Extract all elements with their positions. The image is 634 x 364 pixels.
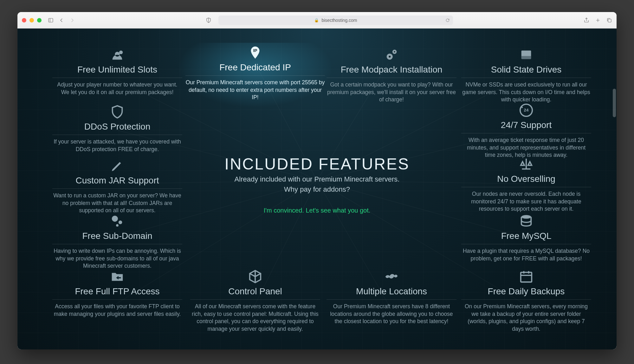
back-button-icon[interactable] <box>59 17 64 23</box>
scale-icon <box>519 157 534 171</box>
feature-desc: Want to run a custom JAR on your server?… <box>52 192 182 214</box>
sidebar-toggle-icon[interactable] <box>48 17 54 23</box>
svg-rect-35 <box>521 272 532 282</box>
page-content: INCLUDED FEATURES Already included with … <box>17 29 617 349</box>
share-icon[interactable] <box>584 17 589 23</box>
feature-title: Control Panel <box>190 286 320 300</box>
feature-support: 24 24/7 Support With an average ticket r… <box>461 103 591 159</box>
feature-mysql: Free MySQL Have a plugin that requires a… <box>461 214 591 262</box>
url-bar[interactable]: 🔒 bisecthosting.com <box>218 16 453 25</box>
cta-link[interactable]: I'm convinced. Let's see what you got. <box>224 207 409 214</box>
feature-desc: Have a plugin that requires a MySQL data… <box>461 247 591 262</box>
feature-desc: On our Premium Minecraft servers, every … <box>461 303 591 333</box>
feature-subdomain: Free Sub-Domain Having to write down IPs… <box>52 214 182 270</box>
feature-title: DDoS Protection <box>52 122 182 135</box>
gears-icon <box>384 48 399 62</box>
hard-drive-icon <box>519 48 534 62</box>
feature-title: 24/7 Support <box>461 120 591 133</box>
feature-desc: Our Premium Minecraft servers have 8 dif… <box>327 303 456 325</box>
feature-desc: Got a certain modpack you want to play? … <box>327 81 456 104</box>
svg-text:IP: IP <box>253 48 257 53</box>
maximize-window-button[interactable] <box>37 18 42 22</box>
pencil-edit-icon <box>110 158 125 173</box>
tabs-overview-icon[interactable] <box>606 17 612 23</box>
svg-point-21 <box>119 51 123 54</box>
nodes-icon <box>110 214 125 228</box>
feature-ddos: DDoS Protection If your server is attack… <box>52 105 182 153</box>
feature-title: Multiple Locations <box>327 286 456 300</box>
url-text: bisecthosting.com <box>321 18 357 23</box>
feature-ftp: Free Full FTP Access Access all your fil… <box>52 269 182 318</box>
folder-share-icon <box>110 269 125 284</box>
svg-point-32 <box>119 220 122 224</box>
feature-modpack: Free Modpack Installation Got a certain … <box>327 48 456 104</box>
feature-title: No Overselling <box>461 174 591 187</box>
svg-point-24 <box>389 56 391 58</box>
feature-desc: NVMe or SSDs are used exclusively to run… <box>461 81 591 104</box>
feature-title: Free Full FTP Access <box>52 286 182 300</box>
reload-icon[interactable] <box>445 18 450 22</box>
feature-title: Free Modpack Installation <box>327 65 456 78</box>
feature-desc: Access all your files with your favorite… <box>52 303 182 318</box>
browser-window: 🔒 bisecthosting.com <box>17 12 617 349</box>
svg-point-34 <box>521 215 531 219</box>
window-controls <box>22 18 42 22</box>
browser-toolbar: 🔒 bisecthosting.com <box>17 12 617 29</box>
center-block: INCLUDED FEATURES Already included with … <box>224 155 409 214</box>
lock-icon: 🔒 <box>314 18 319 22</box>
shield-icon <box>110 105 125 119</box>
feature-jar: Custom JAR Support Want to run a custom … <box>52 158 182 214</box>
svg-rect-0 <box>49 18 53 22</box>
scrollbar-thumb[interactable] <box>613 89 616 117</box>
feature-locations: Multiple Locations Our Premium Minecraft… <box>327 269 456 325</box>
feature-title: Free Daily Backups <box>461 286 591 300</box>
feature-desc: All of our Minecraft servers come with t… <box>190 303 320 333</box>
globe-map-icon <box>384 269 399 284</box>
svg-point-26 <box>394 51 395 52</box>
feature-desc: With an average ticket response time of … <box>461 137 591 159</box>
feature-title: Free MySQL <box>461 231 591 244</box>
feature-oversell: No Overselling Our nodes are never overs… <box>461 157 591 213</box>
feature-desc: If your server is attacked, we have you … <box>52 138 182 153</box>
svg-rect-28 <box>521 56 531 59</box>
feature-control-panel: Control Panel All of our Minecraft serve… <box>190 269 320 333</box>
page-title: INCLUDED FEATURES <box>224 155 409 173</box>
feature-title: Custom JAR Support <box>52 176 182 189</box>
feature-backups: Free Daily Backups On our Premium Minecr… <box>461 269 591 333</box>
feature-title: Free Unlimited Slots <box>52 65 182 78</box>
support-phone-icon: 24 <box>519 103 534 118</box>
feature-dedicated-ip: IP Free Dedicated IP Our Premium Minecra… <box>179 43 331 106</box>
privacy-shield-icon[interactable] <box>206 17 211 23</box>
feature-desc: Adjust your player number to whatever yo… <box>52 81 182 96</box>
database-icon <box>519 214 534 228</box>
calendar-icon <box>519 269 534 284</box>
subtitle-line-1: Already included with our Premium Minecr… <box>224 175 409 183</box>
feature-desc: Having to write down IPs can be annoying… <box>52 247 182 270</box>
feature-unlimited-slots: Free Unlimited Slots Adjust your player … <box>52 48 182 96</box>
ip-pin-icon: IP <box>248 45 262 60</box>
cube-icon <box>248 269 262 284</box>
svg-rect-6 <box>608 19 611 22</box>
feature-title: Free Dedicated IP <box>185 62 325 76</box>
svg-point-33 <box>116 224 119 227</box>
feature-title: Free Sub-Domain <box>52 231 182 244</box>
feature-desc: Our nodes are never oversold. Each node … <box>461 190 591 213</box>
new-tab-icon[interactable] <box>595 17 601 23</box>
forward-button-icon[interactable] <box>69 17 75 23</box>
users-icon <box>110 48 125 62</box>
svg-point-31 <box>112 216 118 222</box>
close-window-button[interactable] <box>22 18 26 22</box>
feature-title: Solid State Drives <box>461 65 591 78</box>
feature-ssd: Solid State Drives NVMe or SSDs are used… <box>461 48 591 104</box>
minimize-window-button[interactable] <box>29 18 34 22</box>
subtitle-line-2: Why pay for addons? <box>224 185 409 193</box>
svg-text:24: 24 <box>524 108 529 112</box>
feature-desc: Our Premium Minecraft servers come with … <box>185 79 325 101</box>
